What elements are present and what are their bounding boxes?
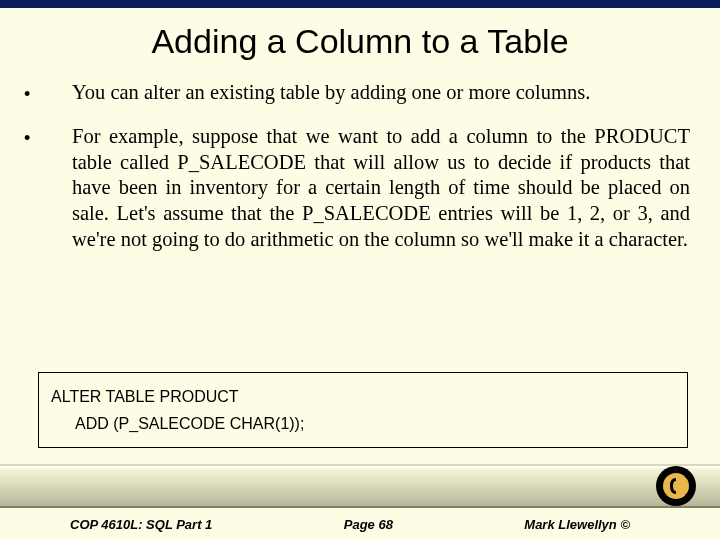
code-line: ALTER TABLE PRODUCT: [51, 383, 675, 410]
top-border: [0, 0, 720, 8]
svg-rect-5: [689, 485, 695, 487]
footer-author: Mark Llewellyn ©: [524, 517, 630, 532]
footer-text: COP 4610L: SQL Part 1 Page 68 Mark Llewe…: [70, 517, 630, 532]
svg-rect-2: [675, 467, 677, 473]
bullet-text: You can alter an existing table by addin…: [54, 80, 690, 106]
bullet-text: For example, suppose that we want to add…: [54, 124, 690, 252]
code-line: ADD (P_SALECODE CHAR(1));: [51, 410, 675, 437]
slide-title: Adding a Column to a Table: [0, 22, 720, 61]
footer-bar: [0, 466, 720, 508]
svg-rect-4: [657, 485, 663, 487]
bullet-item: • You can alter an existing table by add…: [20, 80, 690, 106]
bullet-dot: •: [20, 80, 54, 106]
slide: Adding a Column to a Table • You can alt…: [0, 0, 720, 540]
footer-page: Page 68: [344, 517, 393, 532]
code-box: ALTER TABLE PRODUCT ADD (P_SALECODE CHAR…: [38, 372, 688, 448]
bullet-dot: •: [20, 124, 54, 150]
svg-rect-3: [675, 499, 677, 505]
footer-course: COP 4610L: SQL Part 1: [70, 517, 212, 532]
ucf-logo-icon: [654, 464, 698, 508]
svg-point-1: [663, 473, 689, 499]
slide-body: • You can alter an existing table by add…: [20, 80, 690, 270]
bullet-item: • For example, suppose that we want to a…: [20, 124, 690, 252]
